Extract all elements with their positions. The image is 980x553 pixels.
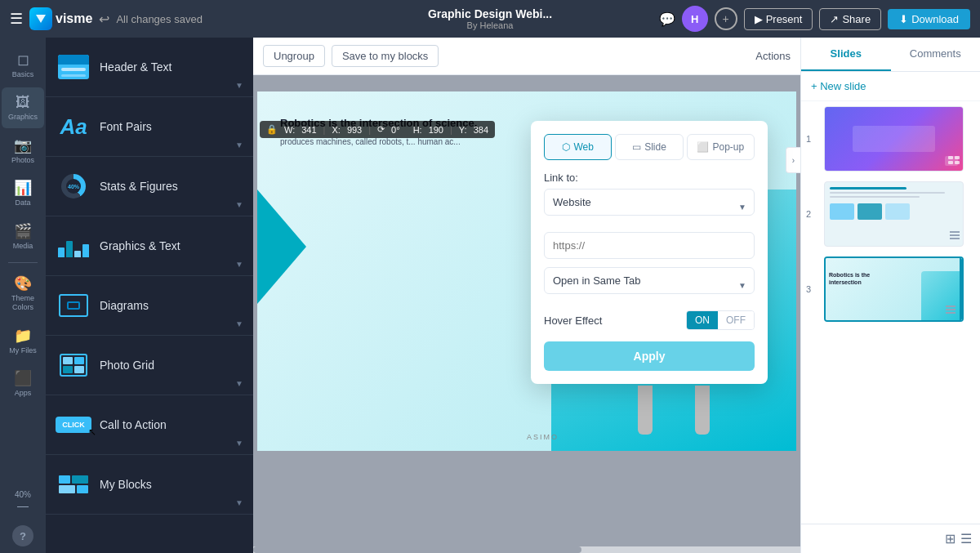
slide-thumbnail-3[interactable]: 3 Robotics is the intersection [824,256,964,322]
sidebar-label-media: Media [13,242,33,251]
link-tab-popup[interactable]: ⬜ Pop-up [687,134,755,160]
list-view-icon[interactable]: ☰ [960,531,972,546]
sidebar-item-my-files[interactable]: 📁 My Files [2,320,44,362]
popup-icon: ⬜ [697,141,709,153]
sidebar-item-photos[interactable]: 📷 Photos [2,130,44,172]
toggle-on[interactable]: ON [687,311,718,329]
theme-colors-icon: 🎨 [14,274,32,292]
topbar-center: Graphic Design Webi... By Heleana [332,7,647,30]
add-collaborator-button[interactable]: + [715,7,737,30]
hover-effect-row: Hover Effect ON OFF [544,310,755,330]
main-layout: ◻ Basics 🖼 Graphics 📷 Photos 📊 Data 🎬 Me… [0,38,980,553]
panel-item-photo-grid[interactable]: Photo Grid ▼ [46,336,253,395]
header-text-icon [57,51,90,83]
grid-view-icon[interactable]: ⊞ [945,531,956,546]
canvas-scroll[interactable]: 🔒 W: 341 | X: 993 | ⟳ 0° H: 190 | Y: 384 [253,75,800,546]
saved-status: All changes saved [116,13,203,25]
apply-button[interactable]: Apply [544,341,755,371]
share-button[interactable]: ↗ Share [819,8,881,30]
panel-label-diagrams: Diagrams [100,299,149,312]
panel-item-font-pairs[interactable]: Aa Font Pairs ▼ [46,97,253,157]
sidebar-item-data[interactable]: 📊 Data [2,172,44,214]
link-tab-slide[interactable]: ▭ Slide [615,134,683,160]
sidebar-divider [8,262,38,263]
zoom-section: 40% — [15,484,31,519]
help-icon[interactable]: ? [12,525,33,546]
ungroup-button[interactable]: Ungroup [263,45,325,67]
chevron-down-icon: ▼ [235,260,243,269]
svg-rect-3 [955,161,960,164]
undo-icon[interactable]: ↩ [99,11,109,27]
share-icon: ↗ [830,13,839,25]
open-in-select[interactable]: Open in Same Tab [544,267,755,294]
panel-label-header-text: Header & Text [100,60,172,74]
sidebar-item-graphics[interactable]: 🖼 Graphics [2,87,44,128]
left-panel: Header & Text ▼ Aa Font Pairs ▼ 40% Stat… [46,38,253,553]
sidebar-item-apps[interactable]: ⬛ Apps [2,363,44,404]
chevron-down-icon: ▼ [235,498,243,507]
menu-icon[interactable]: ☰ [10,10,23,28]
panel-item-diagrams[interactable]: Diagrams ▼ [46,276,253,336]
hover-toggle[interactable]: ON OFF [686,310,755,330]
panel-item-graphics-text[interactable]: Graphics & Text ▼ [46,216,253,276]
zoom-minus-icon[interactable]: — [17,499,29,512]
open-in-select-wrapper: Open in Same Tab ▼ [544,267,755,302]
slide-thumbnail-2[interactable]: 2 [824,181,964,247]
download-button[interactable]: ⬇ Download [888,9,970,29]
x-label: X: [332,125,340,135]
save-to-my-blocks-button[interactable]: Save to my blocks [332,45,439,67]
download-icon: ⬇ [899,13,908,25]
panel-item-header-text[interactable]: Header & Text ▼ [46,38,253,97]
visme-logo-text: visme [56,11,92,26]
slide-icon: ▭ [632,141,641,153]
sidebar-label-graphics: Graphics [8,113,38,122]
present-button[interactable]: ▶ Present [744,8,813,30]
photo-grid-icon [57,349,90,381]
new-slide-button[interactable]: + New slide [801,72,980,101]
comment-icon[interactable]: 💬 [659,11,675,27]
panel-collapse-button[interactable]: › [786,147,800,173]
tab-comments[interactable]: Comments [891,38,981,71]
panel-item-my-blocks[interactable]: My Blocks ▼ [46,455,253,515]
slide-number-3: 3 [806,284,811,294]
link-tab-web[interactable]: ⬡ Web [544,134,612,160]
horizontal-scrollbar[interactable] [253,546,800,553]
project-title[interactable]: Graphic Design Webi... [428,7,552,20]
svg-rect-0 [948,156,953,159]
height-label: H: [413,125,422,135]
website-select[interactable]: Website [544,189,755,216]
avatar[interactable]: H [682,6,708,32]
sidebar-item-media[interactable]: 🎬 Media [2,216,44,257]
panel-label-stats-figures: Stats & Figures [100,180,178,193]
sidebar-label-photos: Photos [11,156,34,165]
lock-icon: 🔒 [266,124,278,135]
y-label: Y: [459,125,467,135]
right-panel-tabs: Slides Comments [801,38,980,72]
url-input[interactable] [544,232,755,259]
call-to-action-icon: CLICK ↖ [57,408,90,441]
basics-icon: ◻ [17,51,29,69]
slide-2-action-icon [950,228,960,243]
help-button[interactable]: ? [12,520,33,546]
toggle-off[interactable]: OFF [718,311,754,329]
diagrams-icon [57,289,90,322]
media-icon: 🎬 [14,222,32,240]
sidebar-label-apps: Apps [15,389,32,398]
sidebar-label-theme-colors: Theme Colors [5,294,41,312]
panel-item-stats-figures[interactable]: 40% Stats & Figures ▼ [46,157,253,216]
chevron-down-icon: ▼ [235,439,243,448]
x-value: 993 [347,125,362,135]
my-blocks-icon [57,468,90,501]
slide-brand: ASIMO [527,433,559,441]
sidebar-label-data: Data [15,198,30,207]
slide-thumbnail-1[interactable]: 1 [824,106,964,172]
sidebar-item-basics[interactable]: ◻ Basics [2,44,44,86]
panel-item-call-to-action[interactable]: CLICK ↖ Call to Action ▼ [46,395,253,455]
canvas-area: Ungroup Save to my blocks Actions 🔒 W: 3… [253,38,800,553]
sidebar-item-theme-colors[interactable]: 🎨 Theme Colors [2,268,44,319]
tab-slides[interactable]: Slides [801,38,891,71]
hover-effect-label: Hover Effect [544,314,602,327]
actions-button[interactable]: Actions [755,50,791,62]
website-select-wrapper: Website ▼ [544,189,755,224]
scrollbar-thumb[interactable] [253,546,581,553]
